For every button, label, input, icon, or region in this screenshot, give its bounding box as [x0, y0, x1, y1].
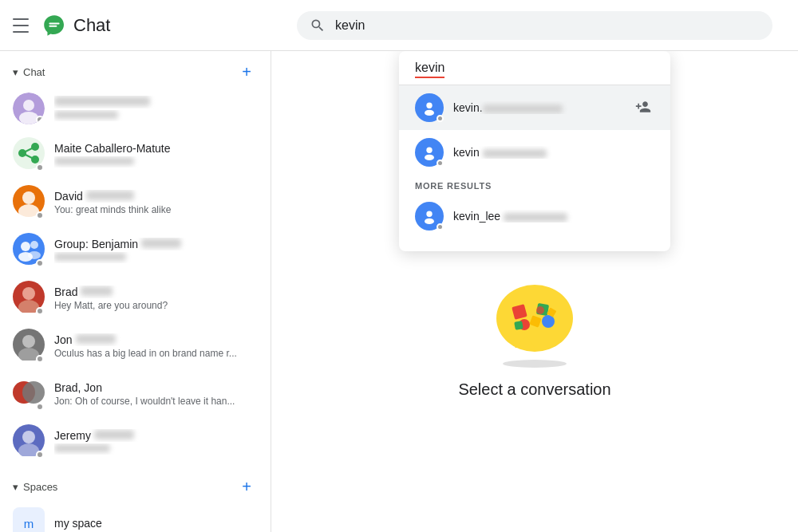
search-result-item[interactable]: kevin. — [399, 85, 670, 130]
empty-state: Select a conversation — [458, 280, 610, 399]
add-contact-button[interactable] — [632, 96, 654, 120]
chat-preview: You: great minds think alike — [54, 204, 251, 215]
add-chat-button[interactable]: + — [235, 61, 258, 83]
svg-rect-46 — [514, 321, 523, 330]
space-item[interactable]: m my space — [0, 501, 264, 532]
chat-name: Group: Benjamin — [54, 238, 251, 250]
svg-point-23 — [22, 335, 35, 348]
chat-name: Jeremy — [54, 429, 251, 442]
chevron-down-icon: ▾ — [13, 66, 18, 78]
avatar — [13, 93, 45, 124]
svg-point-28 — [22, 431, 35, 443]
chat-preview: Hey Matt, are you around? — [54, 300, 251, 311]
sidebar: ▾ Chat + — [0, 51, 271, 532]
svg-point-17 — [30, 241, 38, 249]
menu-icon[interactable] — [13, 16, 32, 35]
spaces-section-title[interactable]: ▾ Spaces — [13, 481, 57, 493]
header-left: Chat — [13, 13, 284, 38]
chat-item[interactable]: Jeremy — [0, 418, 264, 466]
chat-item[interactable]: David You: great minds think alike — [0, 179, 264, 227]
bubble-shadow — [503, 360, 567, 368]
chat-preview: Oculus has a big lead in on brand name r… — [54, 348, 251, 359]
search-result-item[interactable]: kevin — [399, 130, 670, 175]
chat-section-title[interactable]: ▾ Chat — [13, 66, 45, 78]
svg-point-34 — [426, 148, 432, 153]
spaces-section-header: ▾ Spaces + — [0, 466, 271, 501]
more-results-label: MORE RESULTS — [399, 175, 670, 194]
chat-name: Brad, Jon — [54, 381, 251, 394]
result-name: kevin — [453, 146, 654, 159]
chat-item[interactable]: Brad Hey Matt, are you around? — [0, 274, 264, 322]
main-layout: ▾ Chat + — [0, 51, 798, 532]
chat-name: Jon — [54, 333, 251, 346]
result-info: kevin — [453, 146, 654, 159]
chat-item[interactable]: Group: Benjamin — [0, 227, 264, 274]
chat-name: Maite Caballero-Matute — [54, 142, 251, 155]
chat-item[interactable]: Jon Oculus has a big lead in on brand na… — [0, 322, 264, 370]
chat-info: Jeremy — [54, 429, 251, 455]
chat-name: David — [54, 190, 251, 203]
chat-info: Jon Oculus has a big lead in on brand na… — [54, 333, 251, 359]
chat-info: David You: great minds think alike — [54, 190, 251, 215]
search-input[interactable] — [335, 18, 760, 33]
svg-point-35 — [425, 155, 434, 160]
result-avatar — [415, 138, 444, 167]
svg-point-18 — [28, 251, 41, 259]
svg-point-26 — [22, 381, 45, 404]
search-dropdown: kevin kevin. — [399, 51, 670, 251]
result-name: kevin_lee — [453, 210, 654, 223]
chat-info: Group: Benjamin — [54, 238, 251, 263]
app-title: Chat — [73, 15, 110, 36]
search-query-text: kevin — [415, 61, 444, 78]
result-info: kevin. — [453, 101, 632, 114]
chat-logo-icon — [41, 13, 67, 38]
chat-bubble-icon — [491, 280, 579, 360]
chat-info — [54, 96, 251, 121]
chat-section-header: ▾ Chat + — [0, 51, 271, 86]
chat-name: Brad — [54, 286, 251, 298]
svg-point-38 — [425, 219, 434, 224]
chat-info: Maite Caballero-Matute — [54, 142, 251, 167]
svg-point-31 — [426, 103, 432, 108]
svg-point-20 — [22, 287, 35, 300]
content-area: kevin kevin. — [271, 51, 798, 532]
svg-point-37 — [426, 211, 432, 217]
chat-item[interactable]: Maite Caballero-Matute — [0, 131, 264, 179]
chat-item[interactable] — [0, 86, 264, 131]
svg-point-47 — [536, 306, 544, 314]
result-avatar — [415, 202, 444, 231]
add-space-button[interactable]: + — [235, 475, 258, 498]
search-icon — [310, 18, 326, 33]
empty-state-label: Select a conversation — [458, 380, 610, 399]
chat-item[interactable]: Brad, Jon Jon: Oh of course, I wouldn't … — [0, 370, 264, 418]
chevron-down-icon: ▾ — [13, 481, 18, 493]
svg-point-32 — [425, 110, 434, 116]
chat-info: Brad Hey Matt, are you around? — [54, 286, 251, 311]
chat-preview: Jon: Oh of course, I wouldn't leave it h… — [54, 396, 251, 407]
search-query-row: kevin — [399, 51, 670, 85]
svg-point-2 — [23, 100, 34, 111]
result-info: kevin_lee — [453, 210, 654, 223]
app-header: Chat — [0, 0, 798, 51]
svg-point-11 — [22, 191, 35, 204]
svg-point-15 — [21, 242, 30, 251]
result-avatar — [415, 93, 444, 122]
space-avatar: m — [13, 507, 45, 532]
chat-info: Brad, Jon Jon: Oh of course, I wouldn't … — [54, 381, 251, 407]
search-result-item[interactable]: kevin_lee — [399, 194, 670, 238]
search-bar[interactable] — [297, 11, 772, 40]
space-name: my space — [54, 517, 251, 530]
result-name: kevin. — [453, 101, 632, 114]
space-info: my space — [54, 517, 251, 530]
